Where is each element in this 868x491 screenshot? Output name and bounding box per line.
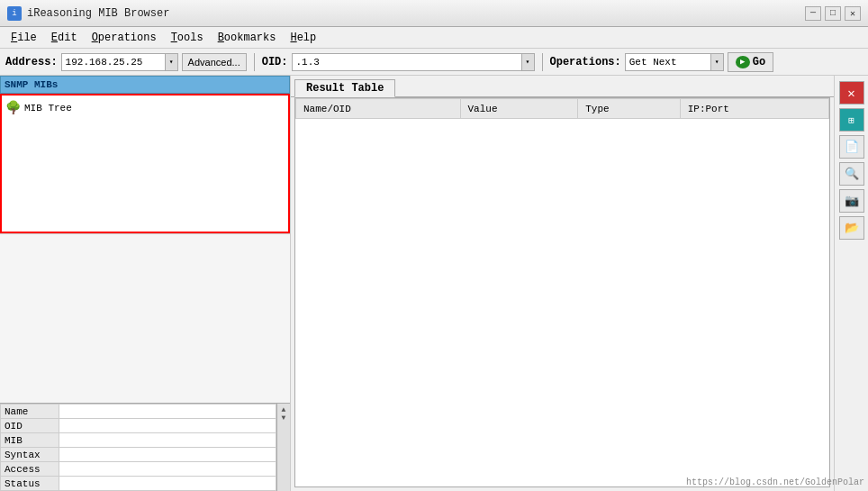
search-button[interactable]: 🔍 xyxy=(839,162,864,186)
prop-value xyxy=(59,433,276,448)
document-button[interactable]: 📄 xyxy=(839,135,864,159)
separator-1 xyxy=(254,53,255,71)
close-button[interactable]: ✕ xyxy=(845,6,861,21)
open-button[interactable]: 📂 xyxy=(839,216,864,240)
go-icon: ▶ xyxy=(736,56,750,68)
operations-value: Get Next xyxy=(626,57,710,68)
menu-tools[interactable]: Tools xyxy=(164,28,211,48)
properties-section: NameOIDMIBSyntaxAccessStatus ▲ ▼ xyxy=(0,403,290,491)
property-row: Name xyxy=(1,405,276,419)
menu-operations[interactable]: Operations xyxy=(85,28,164,48)
tree-icon: 🌳 xyxy=(5,100,21,115)
prop-name: Name xyxy=(1,405,59,419)
property-row: Syntax xyxy=(1,448,276,462)
result-tabs: Result Table xyxy=(291,76,834,97)
maximize-button[interactable]: □ xyxy=(825,6,841,21)
address-combo[interactable]: 192.168.25.25 ▾ xyxy=(61,53,178,71)
mib-lower-area xyxy=(0,233,290,403)
prop-value xyxy=(59,462,276,477)
watermark: https://blog.csdn.net/GoldenPolar xyxy=(686,477,864,487)
oid-label: OID: xyxy=(262,56,288,68)
menu-file[interactable]: File xyxy=(4,28,44,48)
address-value: 192.168.25.25 xyxy=(62,57,165,68)
prop-name: Syntax xyxy=(1,448,59,462)
prop-name: MIB xyxy=(1,433,59,448)
menu-help[interactable]: Help xyxy=(283,28,323,48)
oid-dropdown-arrow[interactable]: ▾ xyxy=(521,54,534,70)
menu-edit[interactable]: Edit xyxy=(44,28,85,48)
address-dropdown-arrow[interactable]: ▾ xyxy=(165,54,177,70)
right-panel: Result Table Name/OIDValueTypeIP:Port xyxy=(291,76,834,491)
result-column-header: Value xyxy=(460,99,578,119)
app-icon: i xyxy=(7,6,22,21)
go-label: Go xyxy=(753,56,765,68)
toolbar: Address: 192.168.25.25 ▾ Advanced... OID… xyxy=(0,49,868,76)
right-toolbar: ✕ ⊞ 📄 🔍 📷 📂 xyxy=(834,76,868,491)
property-row: Access xyxy=(1,462,276,477)
property-row: OID xyxy=(1,419,276,433)
prop-name: Access xyxy=(1,462,59,477)
prop-name: OID xyxy=(1,419,59,433)
go-button[interactable]: ▶ Go xyxy=(728,52,773,72)
advanced-button[interactable]: Advanced... xyxy=(182,53,247,71)
oid-value: .1.3 xyxy=(293,57,521,68)
menu-bar: File Edit Operations Tools Bookmarks Hel… xyxy=(0,27,868,49)
operations-combo[interactable]: Get Next ▾ xyxy=(625,53,724,71)
mib-tree-item[interactable]: 🌳 MIB Tree xyxy=(5,99,285,116)
prop-value xyxy=(59,419,276,433)
snmp-mibs-header: SNMP MIBs xyxy=(0,76,290,94)
operations-dropdown-arrow[interactable]: ▾ xyxy=(710,54,723,70)
app-title: iReasoning MIB Browser xyxy=(27,7,169,20)
prop-name: Status xyxy=(1,477,59,491)
operations-label: Operations: xyxy=(550,56,621,68)
prop-value xyxy=(59,477,276,491)
stop-button[interactable]: ✕ xyxy=(839,81,864,105)
prop-value xyxy=(59,405,276,419)
capture-button[interactable]: 📷 xyxy=(839,189,864,213)
address-label: Address: xyxy=(5,56,58,68)
property-row: Status xyxy=(1,477,276,491)
minimize-button[interactable]: ─ xyxy=(805,6,821,21)
main-layout: SNMP MIBs 🌳 MIB Tree NameOIDMIBSyntaxAcc… xyxy=(0,76,868,491)
separator-2 xyxy=(542,53,543,71)
result-column-header: IP:Port xyxy=(680,99,828,119)
properties-table: NameOIDMIBSyntaxAccessStatus xyxy=(0,404,276,491)
properties-scrollbar[interactable]: ▲ ▼ xyxy=(276,404,290,491)
result-table-area[interactable]: Name/OIDValueTypeIP:Port xyxy=(294,97,830,487)
window-controls: ─ □ ✕ xyxy=(805,6,861,21)
result-table: Name/OIDValueTypeIP:Port xyxy=(295,98,829,119)
property-row: MIB xyxy=(1,433,276,448)
result-column-header: Name/OID xyxy=(296,99,461,119)
grid-button[interactable]: ⊞ xyxy=(839,108,864,132)
right-content: Result Table Name/OIDValueTypeIP:Port ✕ … xyxy=(291,76,868,491)
mib-tree-area[interactable]: 🌳 MIB Tree xyxy=(0,94,290,233)
left-panel: SNMP MIBs 🌳 MIB Tree NameOIDMIBSyntaxAcc… xyxy=(0,76,291,491)
title-bar-left: i iReasoning MIB Browser xyxy=(7,6,169,21)
oid-combo[interactable]: .1.3 ▾ xyxy=(292,53,535,71)
title-bar: i iReasoning MIB Browser ─ □ ✕ xyxy=(0,0,868,27)
tab-result-table[interactable]: Result Table xyxy=(294,79,395,97)
result-column-header: Type xyxy=(578,99,680,119)
prop-value xyxy=(59,448,276,462)
menu-bookmarks[interactable]: Bookmarks xyxy=(211,28,284,48)
mib-tree-label: MIB Tree xyxy=(24,103,72,114)
